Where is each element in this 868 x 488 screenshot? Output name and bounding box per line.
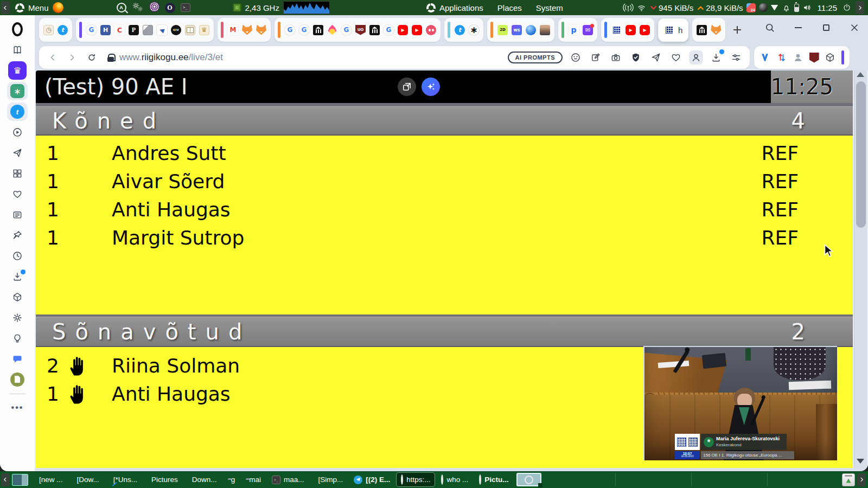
trash-icon[interactable] (842, 473, 855, 486)
speaker-icon[interactable] (802, 3, 812, 12)
sidebar-bulb-icon[interactable] (6, 329, 29, 348)
v-extension-icon[interactable] (760, 52, 770, 63)
battery-icon[interactable] (794, 4, 799, 12)
tab-google[interactable] (85, 20, 98, 40)
tab-google[interactable] (340, 20, 353, 40)
transmitter-icon[interactable] (623, 2, 634, 13)
sidebar-opera-logo-icon[interactable] (6, 20, 29, 38)
taskbar-window-button[interactable]: [Dow... (69, 473, 104, 486)
favorite-heart-icon[interactable] (669, 50, 683, 65)
dark-sphere-icon[interactable] (759, 3, 768, 12)
tab-doc[interactable] (141, 20, 155, 40)
sidebar-gear-icon[interactable] (6, 309, 29, 327)
panel-collapse-left-icon[interactable] (1, 1, 10, 14)
taskbar-window-button[interactable]: g (224, 473, 240, 486)
tab-clock[interactable] (42, 20, 55, 40)
downloads-icon[interactable] (709, 50, 723, 65)
sidebar-feed-icon[interactable] (6, 206, 29, 224)
tab-youtube[interactable] (410, 20, 424, 40)
taskbar-collapse-left-icon[interactable] (1, 473, 10, 486)
calendar-24-icon[interactable] (746, 3, 756, 12)
tab-youtube[interactable] (396, 20, 410, 40)
menu-places[interactable]: Places (497, 3, 522, 12)
tab-p-app[interactable] (127, 20, 141, 40)
tab-group-bar[interactable] (221, 22, 224, 38)
caret-down-red-icon[interactable]: 945 KiB/s (649, 3, 693, 12)
sidebar-docs-icon[interactable] (6, 370, 29, 389)
tab-group-bar[interactable] (448, 22, 450, 38)
firefox-icon[interactable] (53, 2, 63, 13)
taskbar-window-button[interactable]: mai (241, 473, 265, 486)
tab-group-bar[interactable] (278, 22, 280, 38)
tor-icon[interactable] (149, 2, 159, 14)
tab-fox[interactable] (240, 20, 254, 40)
tab-ws[interactable] (510, 20, 524, 40)
sidebar-heart-icon[interactable] (6, 185, 29, 203)
tab-fox[interactable] (709, 20, 723, 40)
tab-youtube[interactable] (624, 20, 637, 40)
tab-twitter[interactable] (56, 20, 69, 40)
tab-riigikogu[interactable] (610, 20, 623, 40)
scroll-down-icon[interactable] (857, 459, 865, 466)
tab-fox[interactable] (254, 20, 268, 40)
address-bar[interactable]: www.riigikogu.ee/live/3/et AI PROMPTS (39, 46, 750, 69)
tab-museum[interactable] (695, 20, 709, 40)
tab-group-bar[interactable] (79, 22, 82, 38)
sidebar-player-icon[interactable] (6, 123, 29, 142)
opera-icon[interactable] (165, 3, 175, 13)
tab-c-app[interactable] (113, 20, 126, 40)
bookmark-edit-icon[interactable] (589, 50, 603, 65)
send-to-device-icon[interactable] (649, 50, 663, 65)
emoji-icon[interactable] (569, 50, 583, 65)
taskbar-collapse-right-icon[interactable] (857, 473, 866, 486)
sidebar-chatgpt-icon[interactable]: ∗ (6, 82, 29, 100)
tab-group-bar[interactable] (561, 22, 564, 38)
taskbar-window-button[interactable]: [*Uns... (106, 473, 142, 486)
tab-p-blue[interactable] (567, 20, 580, 40)
taskbar-window-button[interactable]: Pictu... (475, 473, 513, 486)
tab-portrait[interactable] (538, 20, 552, 40)
taskbar-window-button[interactable]: who ... (437, 473, 473, 486)
search-tabs-icon[interactable] (764, 22, 776, 34)
close-button[interactable] (848, 22, 860, 34)
caret-up-orange-icon[interactable]: 28,9 KiB/s (697, 3, 743, 12)
settings-sliders-icon[interactable] (729, 50, 743, 65)
scroll-up-icon[interactable] (857, 72, 865, 80)
tab-owl[interactable] (424, 20, 438, 40)
popout-icon[interactable] (398, 78, 416, 96)
back-icon[interactable] (46, 50, 60, 65)
ai-prompts-button[interactable]: AI PROMPTS (508, 52, 563, 63)
taskbar-window-button[interactable]: https:... (397, 473, 435, 486)
profile-person-icon[interactable] (689, 50, 703, 65)
sidebar-grid-icon[interactable] (6, 164, 29, 183)
tab-group-bar[interactable] (604, 22, 607, 38)
sidebar-history-icon[interactable] (6, 247, 29, 265)
sidebar-chat-icon[interactable] (6, 350, 29, 368)
tab-youtube[interactable] (638, 20, 652, 40)
tab-sphere[interactable] (524, 20, 538, 40)
sidebar-cube-icon[interactable] (6, 288, 29, 306)
sidebar-send-icon[interactable] (6, 144, 29, 162)
snapshot-camera-icon[interactable] (609, 50, 623, 65)
extension-bar-icon[interactable] (841, 50, 844, 65)
tab-ublock[interactable] (354, 20, 367, 40)
taskbar-window-button[interactable]: Down... (184, 473, 221, 486)
scrollbar-thumb[interactable] (856, 81, 866, 228)
tab-group-bar[interactable] (490, 22, 493, 38)
wifi-signal-icon[interactable] (637, 3, 646, 12)
tab-google[interactable] (297, 20, 311, 40)
cpu-applet[interactable]: 2,43 GHz (233, 1, 330, 14)
new-tab-button[interactable] (729, 22, 745, 38)
session-video[interactable]: 10:07 10.05.2023 * Maria Jufereva-Skurat… (643, 346, 837, 460)
sidebar-twitter-icon[interactable]: t (6, 102, 29, 121)
active-tab[interactable]: h (658, 18, 688, 42)
tab-fire[interactable] (326, 20, 339, 40)
gears-icon[interactable] (132, 2, 144, 14)
tab-uiv[interactable] (169, 20, 183, 40)
tab-gmail[interactable] (226, 20, 240, 40)
tab-openai[interactable] (467, 20, 481, 40)
updown-extension-icon[interactable] (776, 52, 787, 63)
chevron-right-icon[interactable] (854, 1, 865, 14)
tab-h-doc[interactable] (99, 20, 112, 40)
menu-system[interactable]: System (536, 3, 563, 12)
